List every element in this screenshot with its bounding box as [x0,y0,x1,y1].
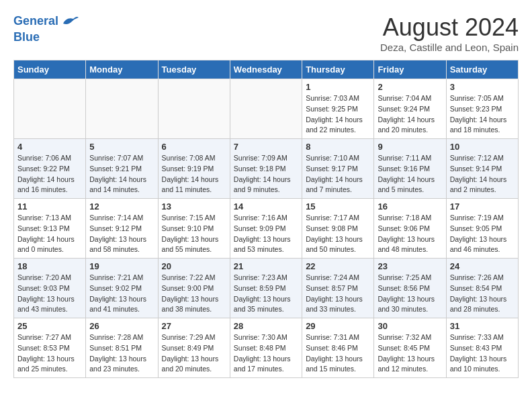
calendar-cell: 21Sunrise: 7:23 AMSunset: 8:59 PMDayligh… [230,259,302,318]
day-info: Sunrise: 7:29 AMSunset: 8:49 PMDaylight:… [162,332,226,375]
day-number: 28 [234,321,298,331]
title-block: August 2024 Deza, Castille and Leon, Spa… [380,13,519,53]
calendar-cell: 4Sunrise: 7:06 AMSunset: 9:22 PMDaylight… [14,139,86,199]
calendar-cell: 29Sunrise: 7:31 AMSunset: 8:46 PMDayligh… [302,318,374,378]
logo-blue: Blue [13,30,80,45]
day-number: 15 [306,201,370,212]
day-number: 29 [306,321,370,331]
weekday-header-tuesday: Tuesday [158,60,230,79]
day-number: 30 [378,321,442,331]
day-number: 26 [89,321,154,331]
day-number: 3 [450,82,515,92]
calendar-cell: 31Sunrise: 7:33 AMSunset: 8:43 PMDayligh… [446,318,518,378]
day-info: Sunrise: 7:19 AMSunset: 9:05 PMDaylight:… [450,213,515,255]
day-info: Sunrise: 7:08 AMSunset: 9:19 PMDaylight:… [162,153,226,195]
day-info: Sunrise: 7:23 AMSunset: 8:59 PMDaylight:… [234,273,298,315]
calendar-cell: 25Sunrise: 7:27 AMSunset: 8:53 PMDayligh… [14,318,86,378]
logo: General Blue [13,13,80,45]
calendar-cell [86,79,158,139]
month-title: August 2024 [380,13,519,42]
day-number: 14 [234,201,298,212]
calendar-cell: 22Sunrise: 7:24 AMSunset: 8:57 PMDayligh… [302,259,374,318]
day-info: Sunrise: 7:20 AMSunset: 9:03 PMDaylight:… [17,273,82,315]
calendar-cell: 28Sunrise: 7:30 AMSunset: 8:48 PMDayligh… [230,318,302,378]
day-info: Sunrise: 7:22 AMSunset: 9:00 PMDaylight:… [162,273,226,315]
day-number: 19 [89,261,154,271]
day-number: 9 [378,142,442,152]
weekday-header-saturday: Saturday [446,60,518,79]
page-header: General Blue August 2024 Deza, Castille … [13,13,519,53]
weekday-header-sunday: Sunday [14,60,86,79]
calendar-week-2: 4Sunrise: 7:06 AMSunset: 9:22 PMDaylight… [14,139,519,199]
calendar-cell: 13Sunrise: 7:15 AMSunset: 9:10 PMDayligh… [158,199,230,259]
calendar-cell: 1Sunrise: 7:03 AMSunset: 9:25 PMDaylight… [302,79,374,139]
weekday-header-thursday: Thursday [302,60,374,79]
day-info: Sunrise: 7:11 AMSunset: 9:16 PMDaylight:… [378,153,442,195]
day-number: 25 [17,321,82,331]
calendar-week-1: 1Sunrise: 7:03 AMSunset: 9:25 PMDaylight… [14,79,519,139]
calendar-cell: 30Sunrise: 7:32 AMSunset: 8:45 PMDayligh… [374,318,446,378]
calendar-cell: 2Sunrise: 7:04 AMSunset: 9:24 PMDaylight… [374,79,446,139]
calendar-cell: 3Sunrise: 7:05 AMSunset: 9:23 PMDaylight… [446,79,518,139]
calendar-cell: 16Sunrise: 7:18 AMSunset: 9:06 PMDayligh… [374,199,446,259]
day-info: Sunrise: 7:17 AMSunset: 9:08 PMDaylight:… [306,213,370,255]
day-info: Sunrise: 7:07 AMSunset: 9:21 PMDaylight:… [89,153,154,195]
calendar-cell [14,79,86,139]
calendar-cell: 20Sunrise: 7:22 AMSunset: 9:00 PMDayligh… [158,259,230,318]
day-info: Sunrise: 7:28 AMSunset: 8:51 PMDaylight:… [89,332,154,375]
day-info: Sunrise: 7:04 AMSunset: 9:24 PMDaylight:… [378,93,442,136]
day-info: Sunrise: 7:25 AMSunset: 8:56 PMDaylight:… [378,273,442,315]
day-number: 23 [378,261,442,271]
day-info: Sunrise: 7:33 AMSunset: 8:43 PMDaylight:… [450,332,515,375]
calendar-cell: 19Sunrise: 7:21 AMSunset: 9:02 PMDayligh… [86,259,158,318]
calendar-week-4: 18Sunrise: 7:20 AMSunset: 9:03 PMDayligh… [14,259,519,318]
weekday-header-friday: Friday [374,60,446,79]
calendar-cell [158,79,230,139]
calendar-cell: 12Sunrise: 7:14 AMSunset: 9:12 PMDayligh… [86,199,158,259]
day-number: 2 [378,82,442,92]
calendar-cell: 6Sunrise: 7:08 AMSunset: 9:19 PMDaylight… [158,139,230,199]
calendar-week-5: 25Sunrise: 7:27 AMSunset: 8:53 PMDayligh… [14,318,519,378]
day-number: 6 [162,142,226,152]
weekday-header-row: SundayMondayTuesdayWednesdayThursdayFrid… [14,60,519,79]
day-info: Sunrise: 7:10 AMSunset: 9:17 PMDaylight:… [306,153,370,195]
calendar-cell: 9Sunrise: 7:11 AMSunset: 9:16 PMDaylight… [374,139,446,199]
day-number: 24 [450,261,515,271]
day-info: Sunrise: 7:15 AMSunset: 9:10 PMDaylight:… [162,213,226,255]
calendar-cell [230,79,302,139]
calendar-table: SundayMondayTuesdayWednesdayThursdayFrid… [13,60,519,378]
day-number: 8 [306,142,370,152]
day-info: Sunrise: 7:24 AMSunset: 8:57 PMDaylight:… [306,273,370,315]
day-info: Sunrise: 7:21 AMSunset: 9:02 PMDaylight:… [89,273,154,315]
day-number: 13 [162,201,226,212]
day-number: 18 [17,261,82,271]
weekday-header-wednesday: Wednesday [230,60,302,79]
day-number: 11 [17,201,82,212]
calendar-cell: 15Sunrise: 7:17 AMSunset: 9:08 PMDayligh… [302,199,374,259]
calendar-cell: 23Sunrise: 7:25 AMSunset: 8:56 PMDayligh… [374,259,446,318]
calendar-week-3: 11Sunrise: 7:13 AMSunset: 9:13 PMDayligh… [14,199,519,259]
day-info: Sunrise: 7:26 AMSunset: 8:54 PMDaylight:… [450,273,515,315]
day-info: Sunrise: 7:31 AMSunset: 8:46 PMDaylight:… [306,332,370,375]
calendar-cell: 10Sunrise: 7:12 AMSunset: 9:14 PMDayligh… [446,139,518,199]
day-info: Sunrise: 7:27 AMSunset: 8:53 PMDaylight:… [17,332,82,375]
day-info: Sunrise: 7:05 AMSunset: 9:23 PMDaylight:… [450,93,515,136]
day-number: 31 [450,321,515,331]
day-number: 17 [450,201,515,212]
day-number: 22 [306,261,370,271]
calendar-cell: 24Sunrise: 7:26 AMSunset: 8:54 PMDayligh… [446,259,518,318]
day-number: 12 [89,201,154,212]
day-number: 7 [234,142,298,152]
day-info: Sunrise: 7:09 AMSunset: 9:18 PMDaylight:… [234,153,298,195]
calendar-cell: 27Sunrise: 7:29 AMSunset: 8:49 PMDayligh… [158,318,230,378]
day-number: 10 [450,142,515,152]
day-info: Sunrise: 7:13 AMSunset: 9:13 PMDaylight:… [17,213,82,255]
day-info: Sunrise: 7:12 AMSunset: 9:14 PMDaylight:… [450,153,515,195]
logo-text: General [13,13,80,30]
calendar-cell: 26Sunrise: 7:28 AMSunset: 8:51 PMDayligh… [86,318,158,378]
day-number: 5 [89,142,154,152]
calendar-cell: 17Sunrise: 7:19 AMSunset: 9:05 PMDayligh… [446,199,518,259]
calendar-cell: 18Sunrise: 7:20 AMSunset: 9:03 PMDayligh… [14,259,86,318]
day-number: 27 [162,321,226,331]
day-info: Sunrise: 7:03 AMSunset: 9:25 PMDaylight:… [306,93,370,136]
